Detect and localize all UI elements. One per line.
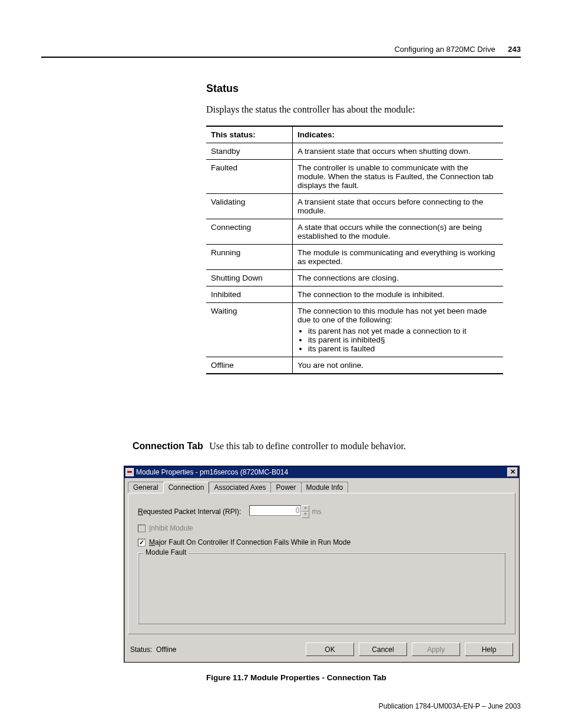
- close-icon: ✕: [510, 468, 515, 475]
- rpi-label: RRequested Packet Interval (RPI):equeste…: [138, 508, 241, 516]
- table-header-row: This status: Indicates:: [206, 126, 503, 143]
- spinner-down-icon[interactable]: ▼: [301, 512, 309, 518]
- rpi-input[interactable]: [249, 505, 301, 516]
- desc-cell: You are not online.: [293, 357, 504, 374]
- list-item: its parent is inhibited§: [308, 335, 498, 344]
- header-rule: [41, 57, 521, 58]
- waiting-bullets: its parent has not yet made a connection…: [308, 327, 498, 353]
- waiting-desc-text: The connection to this module has not ye…: [297, 307, 487, 324]
- spinner-buttons[interactable]: ▲ ▼: [301, 505, 309, 518]
- main-content: Status Displays the status the controlle…: [206, 83, 503, 374]
- status-cell: Inhibited: [206, 286, 293, 303]
- status-label: Status:: [130, 645, 152, 654]
- status-cell: Shutting Down: [206, 270, 293, 286]
- tab-general[interactable]: General: [128, 482, 164, 493]
- table-row: Inhibited The connection to the module i…: [206, 286, 503, 303]
- apply-button: Apply: [412, 643, 460, 656]
- status-cell: Connecting: [206, 219, 293, 245]
- module-properties-dialog: Module Properties - pm16sercos (8720MC-B…: [124, 466, 520, 663]
- desc-cell: The connection to the module is inhibite…: [293, 286, 504, 303]
- help-button[interactable]: Help: [465, 643, 513, 656]
- status-cell: Running: [206, 245, 293, 270]
- table-row: Connecting A state that occurs while the…: [206, 219, 503, 245]
- publication-footer: Publication 1784-UM003A-EN-P – June 2003: [379, 702, 521, 710]
- status-cell: Validating: [206, 194, 293, 219]
- spinner-up-icon[interactable]: ▲: [301, 505, 309, 512]
- rpi-spinner[interactable]: ▲ ▼: [249, 505, 309, 518]
- module-fault-groupbox: Module Fault: [138, 552, 505, 624]
- list-item: its parent is faulted: [308, 344, 498, 353]
- inhibit-label: Inhibit Module: [149, 524, 193, 532]
- cancel-button[interactable]: Cancel: [359, 643, 407, 656]
- running-header: Configuring an 8720MC Drive 243: [394, 45, 521, 54]
- dialog-title: Module Properties - pm16sercos (8720MC-B…: [136, 468, 507, 476]
- status-cell: Waiting: [206, 303, 293, 357]
- status-cell: Standby: [206, 143, 293, 160]
- module-fault-legend: Module Fault: [143, 548, 189, 556]
- tab-associated-axes[interactable]: Associated Axes: [209, 482, 271, 493]
- page-number: 243: [508, 45, 521, 54]
- status-cell: Faulted: [206, 160, 293, 194]
- table-row: Standby A transient state that occurs wh…: [206, 143, 503, 160]
- status-intro: Displays the status the controller has a…: [206, 104, 503, 115]
- connection-tab-section: Connection Tab Use this tab to define co…: [133, 441, 503, 452]
- table-row: Validating A transient state that occurs…: [206, 194, 503, 219]
- table-row: Waiting The connection to this module ha…: [206, 303, 503, 357]
- table-row: Running The module is communicating and …: [206, 245, 503, 270]
- desc-cell: The controller is unable to communicate …: [293, 160, 504, 194]
- major-fault-label: Major Fault On Controller If Connection …: [149, 538, 351, 546]
- table-header-indicates: Indicates:: [293, 126, 504, 143]
- status-table: This status: Indicates: Standby A transi…: [206, 126, 503, 374]
- tab-connection[interactable]: Connection: [163, 482, 210, 493]
- major-fault-checkbox[interactable]: ✓: [138, 539, 146, 546]
- major-fault-row: ✓ Major Fault On Controller If Connectio…: [138, 538, 505, 546]
- titlebar[interactable]: Module Properties - pm16sercos (8720MC-B…: [124, 466, 519, 478]
- ok-button[interactable]: OK: [306, 643, 354, 656]
- table-row: Faulted The controller is unable to comm…: [206, 160, 503, 194]
- table-header-status: This status:: [206, 126, 293, 143]
- rpi-row: RRequested Packet Interval (RPI):equeste…: [138, 505, 505, 518]
- tabstrip: General Connection Associated Axes Power…: [124, 478, 519, 493]
- status-cell: Offline: [206, 357, 293, 374]
- rpi-unit: ms: [312, 508, 321, 516]
- connection-tab-panel: RRequested Packet Interval (RPI):equeste…: [128, 493, 515, 634]
- desc-cell: A transient state that occurs before con…: [293, 194, 504, 219]
- table-row: Offline You are not online.: [206, 357, 503, 374]
- close-button[interactable]: ✕: [507, 467, 518, 477]
- status-value: Offline: [156, 645, 176, 654]
- tab-module-info[interactable]: Module Info: [301, 482, 349, 493]
- figure-caption: Figure 11.7 Module Properties - Connecti…: [206, 673, 386, 682]
- page: Configuring an 8720MC Drive 243 Status D…: [0, 0, 562, 728]
- inhibit-row: Inhibit Module Inhibit Module: [138, 524, 505, 532]
- status-heading: Status: [206, 83, 503, 95]
- tab-power[interactable]: Power: [270, 482, 301, 493]
- chapter-title: Configuring an 8720MC Drive: [394, 45, 495, 54]
- connection-tab-heading: Connection Tab: [133, 441, 203, 452]
- desc-cell: A state that occurs while the connection…: [293, 219, 504, 245]
- status-bar: Status: Offline: [130, 645, 301, 654]
- dialog-footer: Status: Offline OK Cancel Apply Help: [124, 634, 519, 662]
- check-icon: ✓: [139, 539, 144, 546]
- connection-tab-intro: Use this tab to define controller to mod…: [209, 441, 406, 451]
- desc-cell: The connection to this module has not ye…: [293, 303, 504, 357]
- desc-cell: A transient state that occurs when shutt…: [293, 143, 504, 160]
- list-item: its parent has not yet made a connection…: [308, 327, 498, 335]
- desc-cell: The module is communicating and everythi…: [293, 245, 504, 270]
- inhibit-checkbox: [138, 525, 146, 532]
- table-row: Shutting Down The connections are closin…: [206, 270, 503, 286]
- app-icon: [125, 468, 134, 476]
- desc-cell: The connections are closing.: [293, 270, 504, 286]
